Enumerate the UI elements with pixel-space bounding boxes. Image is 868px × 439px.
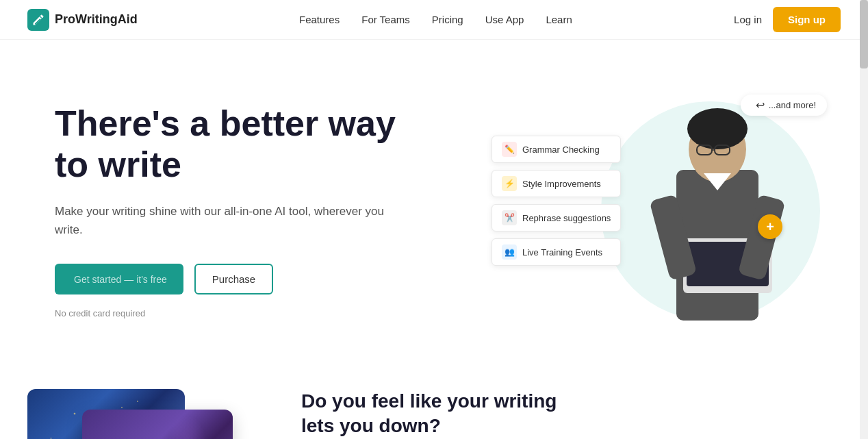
nav-pricing[interactable]: Pricing <box>432 14 463 25</box>
training-label: Live Training Events <box>522 247 602 258</box>
pill-style: ⚡ Style Improvements <box>492 170 621 197</box>
scrollbar-thumb[interactable] <box>860 0 868 68</box>
nav-use-app[interactable]: Use App <box>485 14 524 25</box>
art-stack: My idea in my head <box>27 389 260 439</box>
hero-title: There's a better way to write <box>55 103 411 186</box>
hero-illustration: ↩ ...and more! ✏️ Grammar Checking ⚡ Sty… <box>498 81 841 341</box>
plus-badge: + <box>758 214 782 239</box>
grammar-label: Grammar Checking <box>522 145 600 155</box>
hero-buttons: Get started— it's free Purchase <box>55 264 411 294</box>
style-label: Style Improvements <box>522 179 601 189</box>
pill-training: 👥 Live Training Events <box>492 238 621 266</box>
and-more-text: ...and more! <box>769 100 816 110</box>
section-2: My idea in my head Do you feel like your… <box>0 368 868 439</box>
hero-subtitle: Make your writing shine with our all-in-… <box>55 202 411 239</box>
logo-icon <box>27 9 49 31</box>
section-2-title: Do you feel like your writing lets you d… <box>301 389 575 439</box>
main-nav: ProWritingAid Features For Teams Pricing… <box>0 0 868 40</box>
nav-learn[interactable]: Learn <box>546 14 572 25</box>
scrollbar-track[interactable] <box>860 0 868 439</box>
svg-point-2 <box>687 108 748 149</box>
purple-abstract-bg <box>82 410 233 439</box>
get-started-label: Get started <box>74 274 121 285</box>
feature-pills: ✏️ Grammar Checking ⚡ Style Improvements… <box>492 136 621 266</box>
grammar-icon: ✏️ <box>502 142 517 157</box>
rephrase-icon: ✂️ <box>502 210 517 225</box>
brand-name: ProWritingAid <box>55 12 138 27</box>
person-svg <box>635 88 800 334</box>
nav-features[interactable]: Features <box>299 14 340 25</box>
purchase-button[interactable]: Purchase <box>194 264 273 294</box>
login-button[interactable]: Log in <box>734 14 762 25</box>
pill-grammar: ✏️ Grammar Checking <box>492 136 621 163</box>
section-2-text: Do you feel like your writing lets you d… <box>301 382 575 439</box>
logo-link[interactable]: ProWritingAid <box>27 9 138 31</box>
hero-note: No credit card required <box>55 308 411 318</box>
nav-for-teams[interactable]: For Teams <box>361 14 410 25</box>
get-started-button[interactable]: Get started— it's free <box>55 264 183 294</box>
pill-rephrase: ✂️ Rephrase suggestions <box>492 204 621 231</box>
rephrase-label: Rephrase suggestions <box>522 213 611 223</box>
abstract-art-card <box>82 410 233 439</box>
nav-links: Features For Teams Pricing Use App Learn <box>299 14 572 26</box>
signup-button[interactable]: Sign up <box>773 7 841 32</box>
and-more-badge: ↩ ...and more! <box>741 95 827 116</box>
person-illustration <box>635 88 800 334</box>
style-icon: ⚡ <box>502 176 517 191</box>
nav-actions: Log in Sign up <box>734 7 841 32</box>
hero-left: There's a better way to write Make your … <box>55 103 411 318</box>
get-started-suffix: — it's free <box>124 274 167 285</box>
logo-svg <box>31 13 45 27</box>
hero-section: There's a better way to write Make your … <box>0 40 868 368</box>
and-more-curve-icon: ↩ <box>756 99 765 112</box>
training-icon: 👥 <box>502 244 517 260</box>
